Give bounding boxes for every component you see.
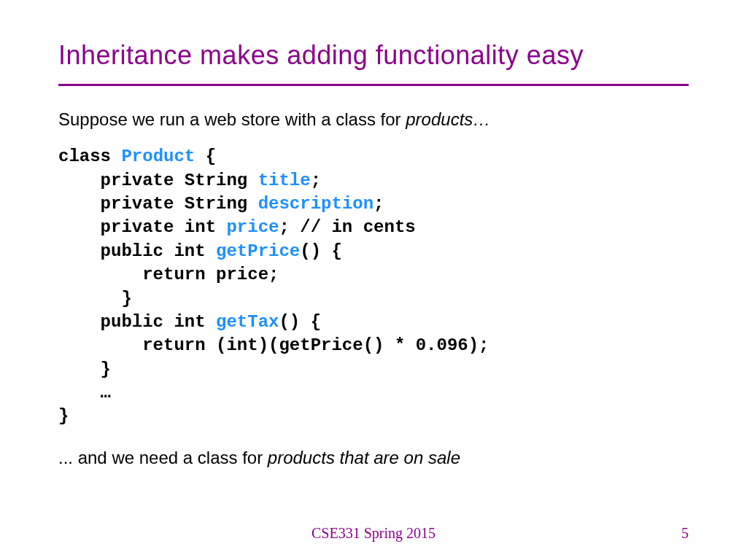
outro-prefix: ... and we need a class for (58, 448, 268, 467)
intro-prefix: Suppose we run a web store with a class … (58, 109, 406, 129)
intro-italic: products… (406, 109, 490, 129)
slide-footer: CSE331 Spring 2015 5 (0, 525, 747, 542)
title-divider (58, 84, 689, 86)
outro-italic: products that are on sale (268, 448, 460, 467)
outro-text: ... and we need a class for products tha… (58, 446, 689, 469)
slide-container: Inheritance makes adding functionality e… (0, 0, 747, 560)
intro-text: Suppose we run a web store with a class … (58, 108, 689, 131)
footer-page-number: 5 (681, 525, 689, 542)
footer-course: CSE331 Spring 2015 (311, 525, 436, 542)
code-block: class Product { private String title; pr… (58, 145, 689, 429)
slide-title: Inheritance makes adding functionality e… (58, 40, 689, 71)
